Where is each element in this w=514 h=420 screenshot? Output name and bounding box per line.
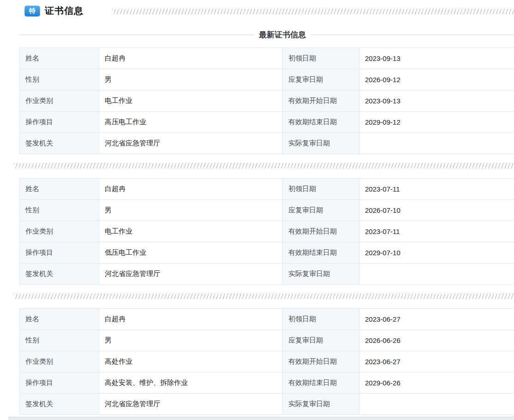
- table-row: 作业类别 高处作业 有效期开始日期 2023-06-27: [20, 351, 514, 372]
- table-row: 签发机关 河北省应急管理厅 实际复审日期: [20, 264, 514, 285]
- field-value: 高压电工作业: [99, 112, 283, 133]
- hatch-divider: [14, 163, 514, 168]
- table-row: 性别 男 应复审日期 2026-07-10: [20, 200, 514, 221]
- section-divider-line: [19, 35, 254, 35]
- field-value: 高处作业: [99, 351, 283, 372]
- table-row: 姓名 白超冉 初领日期 2023-07-11: [20, 179, 514, 200]
- field-value: 高处安装、维护、拆除作业: [99, 372, 283, 394]
- field-value: 河北省应急管理厅: [99, 264, 283, 285]
- latest-certificate-section-header: 最新证书信息: [19, 30, 514, 40]
- table-row: 操作项目 低压电工作业 有效期结束日期 2029-07-10: [20, 242, 514, 264]
- field-value: 2023-09-13: [359, 90, 514, 112]
- field-label: 性别: [20, 330, 99, 351]
- field-label: 有效期结束日期: [283, 372, 359, 394]
- field-label: 操作项目: [20, 372, 99, 394]
- field-label: 签发机关: [20, 133, 99, 154]
- hatch-divider: [14, 294, 514, 299]
- certificate-table-3: 姓名 白超冉 初领日期 2023-06-27 性别 男 应复审日期 2026-0…: [19, 308, 514, 415]
- field-label: 操作项目: [20, 112, 99, 133]
- field-value: 低压电工作业: [99, 242, 283, 264]
- table-row: 性别 男 应复审日期 2026-09-12: [20, 69, 514, 90]
- table-row: 签发机关 河北省应急管理厅 实际复审日期: [20, 394, 514, 415]
- certificate-info-page: 特 证书信息 最新证书信息 姓名 白超冉 初领日期 2023-09-13 性别 …: [19, 0, 514, 420]
- field-value: 河北省应急管理厅: [99, 394, 283, 415]
- table-row: 作业类别 电工作业 有效期开始日期 2023-07-11: [20, 221, 514, 242]
- field-label: 作业类别: [20, 351, 99, 372]
- field-label: 实际复审日期: [283, 394, 359, 415]
- certificate-table-2: 姓名 白超冉 初领日期 2023-07-11 性别 男 应复审日期 2026-0…: [19, 178, 514, 285]
- header-hatch-decoration: [112, 9, 514, 14]
- field-label: 签发机关: [20, 264, 99, 285]
- field-value: 男: [99, 69, 283, 90]
- horizontal-scrollbar[interactable]: [8, 417, 514, 420]
- table-row: 操作项目 高压电工作业 有效期结束日期 2029-09-12: [20, 112, 514, 133]
- field-value: 2029-09-12: [359, 112, 514, 133]
- field-label: 有效期开始日期: [283, 90, 359, 112]
- special-operation-badge-icon: 特: [24, 6, 40, 17]
- field-value: 2026-07-10: [359, 200, 514, 221]
- field-value: 河北省应急管理厅: [99, 133, 283, 154]
- field-label: 性别: [20, 69, 99, 90]
- field-value: 2023-09-13: [359, 48, 514, 69]
- field-label: 姓名: [20, 309, 99, 330]
- field-value: 白超冉: [99, 309, 283, 330]
- page-header: 特 证书信息: [24, 5, 84, 17]
- table-row: 作业类别 电工作业 有效期开始日期 2023-09-13: [20, 90, 514, 112]
- field-label: 有效期结束日期: [283, 112, 359, 133]
- field-label: 性别: [20, 200, 99, 221]
- field-value: 2029-07-10: [359, 242, 514, 264]
- section-title: 最新证书信息: [259, 30, 306, 40]
- field-value: [359, 133, 514, 154]
- field-label: 作业类别: [20, 221, 99, 242]
- field-label: 有效期开始日期: [283, 351, 359, 372]
- table-row: 操作项目 高处安装、维护、拆除作业 有效期结束日期 2029-06-26: [20, 372, 514, 394]
- field-value: 2029-06-26: [359, 372, 514, 394]
- field-label: 初领日期: [283, 179, 359, 200]
- field-value: 白超冉: [99, 48, 283, 69]
- field-value: 电工作业: [99, 90, 283, 112]
- field-value: 电工作业: [99, 221, 283, 242]
- field-value: 2023-07-11: [359, 221, 514, 242]
- field-value: [359, 394, 514, 415]
- page-title: 证书信息: [45, 5, 84, 17]
- field-label: 操作项目: [20, 242, 99, 264]
- field-label: 应复审日期: [283, 330, 359, 351]
- field-value: 2023-06-27: [359, 309, 514, 330]
- field-label: 应复审日期: [283, 69, 359, 90]
- field-label: 姓名: [20, 48, 99, 69]
- field-value: 2026-06-26: [359, 330, 514, 351]
- field-label: 应复审日期: [283, 200, 359, 221]
- field-label: 有效期结束日期: [283, 242, 359, 264]
- field-label: 签发机关: [20, 394, 99, 415]
- field-value: 2026-09-12: [359, 69, 514, 90]
- field-label: 初领日期: [283, 48, 359, 69]
- field-label: 姓名: [20, 179, 99, 200]
- table-row: 姓名 白超冉 初领日期 2023-09-13: [20, 48, 514, 69]
- field-value: [359, 264, 514, 285]
- certificate-table-1: 姓名 白超冉 初领日期 2023-09-13 性别 男 应复审日期 2026-0…: [19, 48, 514, 154]
- field-label: 有效期开始日期: [283, 221, 359, 242]
- field-value: 男: [99, 200, 283, 221]
- field-value: 2023-07-11: [359, 179, 514, 200]
- table-row: 签发机关 河北省应急管理厅 实际复审日期: [20, 133, 514, 154]
- table-row: 性别 男 应复审日期 2026-06-26: [20, 330, 514, 351]
- field-label: 实际复审日期: [283, 264, 359, 285]
- field-label: 作业类别: [20, 90, 99, 112]
- table-row: 姓名 白超冉 初领日期 2023-06-27: [20, 309, 514, 330]
- field-label: 初领日期: [283, 309, 359, 330]
- section-divider-line: [311, 35, 514, 35]
- field-value: 2023-06-27: [359, 351, 514, 372]
- field-value: 白超冉: [99, 179, 283, 200]
- field-value: 男: [99, 330, 283, 351]
- field-label: 实际复审日期: [283, 133, 359, 154]
